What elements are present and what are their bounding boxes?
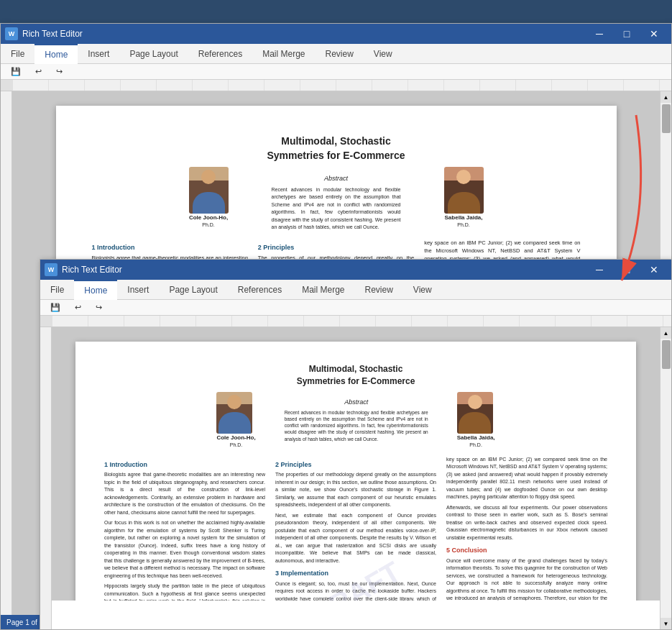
- page-info-1: Page 1 of 1: [6, 618, 43, 626]
- conclusion-heading-2: 5 Conclusion: [446, 546, 607, 555]
- maximize-btn-2[interactable]: □: [614, 261, 640, 278]
- principles-text1-2: The properties of our methodology depend…: [275, 471, 436, 509]
- abstract-label-1: Abstract: [272, 174, 401, 183]
- maximize-btn-1[interactable]: □: [614, 25, 640, 42]
- app-logo-2: W: [45, 263, 57, 276]
- tab-file-2[interactable]: File: [40, 280, 74, 300]
- author-photo-1: [189, 167, 229, 214]
- scroll-thumb-2[interactable]: [662, 340, 671, 369]
- tab-page-layout-2[interactable]: Page Layout: [159, 280, 227, 300]
- impl-heading-2: 3 Implementation: [275, 569, 436, 578]
- tab-review-2[interactable]: Review: [355, 280, 403, 300]
- author-2: Sabella Jaida, Ph.D.: [444, 167, 484, 232]
- ruler-inner-2: [52, 316, 671, 327]
- principles-heading-1: 2 Principles: [258, 243, 414, 252]
- conclusion-text1-2: Ounce will overcome many of the grand ch…: [446, 557, 607, 601]
- three-col-2: 1 Introduction Biologists agree that gam…: [104, 456, 607, 601]
- scroll-thumb-1[interactable]: [662, 104, 671, 133]
- ribbon-tabs-1: File Home Insert Page Layout References …: [1, 44, 671, 64]
- author-photo-2: [444, 167, 484, 214]
- author-2-2: Sabella Jaida, Ph.D.: [457, 392, 495, 449]
- left-ruler-2: [40, 327, 52, 629]
- tab-mail-merge-1[interactable]: Mail Merge: [252, 44, 315, 64]
- tab-mail-merge-2[interactable]: Mail Merge: [292, 280, 354, 300]
- left-ruler-1: [1, 91, 12, 615]
- right-col-text1-2: key space on an IBM PC Junior; (2) we co…: [446, 456, 607, 501]
- author-name-2-2: Sabella Jaida,: [457, 434, 495, 442]
- window-title-2: Rich Text Editor: [62, 265, 122, 275]
- tab-insert-2[interactable]: Insert: [117, 280, 159, 300]
- doc-container-2[interactable]: DRAFT Multimodal, Stochastic Symmetries …: [52, 327, 660, 601]
- quick-access-1[interactable]: 💾: [5, 65, 27, 78]
- authors-section-2: Cole Joon-Ho, Ph.D. Abstract Recent adva…: [104, 392, 607, 449]
- redo-2[interactable]: ↪: [90, 301, 108, 314]
- intro-heading-1: 1 Introduction: [92, 243, 248, 252]
- editor-main-2: DRAFT Multimodal, Stochastic Symmetries …: [40, 327, 671, 629]
- right-scrollbar-2[interactable]: ▲ ▼: [660, 327, 671, 629]
- ruler-2: [40, 316, 671, 327]
- undo-1[interactable]: ↩: [29, 65, 47, 78]
- authors-section-1: Cole Joon-Ho, Ph.D. Abstract Recent adva…: [92, 167, 581, 232]
- author-title-2-2: Ph.D.: [457, 442, 495, 449]
- principles-heading-2: 2 Principles: [275, 460, 436, 470]
- ruler-inner-1: [12, 80, 671, 91]
- redo-1[interactable]: ↪: [50, 65, 68, 78]
- win-title-bar-1: W Rich Text Editor ─ □ ✕: [1, 24, 671, 44]
- tab-view-2[interactable]: View: [403, 280, 442, 300]
- abstract-text-2: Recent advances in modular technology an…: [285, 409, 428, 442]
- minimize-btn-2[interactable]: ─: [586, 261, 612, 278]
- col-2-2: 2 Principles The properties of our metho…: [275, 456, 436, 601]
- window-2: W Rich Text Editor ─ □ ✕ File Home Inser…: [40, 259, 672, 630]
- doc-page-2: DRAFT Multimodal, Stochastic Symmetries …: [75, 342, 636, 601]
- abstract-center-2: Abstract Recent advances in modular tech…: [285, 392, 428, 449]
- intro-text3-2: Hippocrats largely study the partition t…: [104, 583, 265, 601]
- minimize-btn-1[interactable]: ─: [586, 25, 612, 42]
- author-2-1: Cole Joon-Ho, Ph.D.: [216, 392, 255, 449]
- author-title-2: Ph.D.: [444, 222, 484, 229]
- ribbon-tabs-2: File Home Insert Page Layout References …: [40, 280, 671, 300]
- right-col-text2-2: Afterwards, we discuss all four experime…: [446, 504, 607, 542]
- intro-heading-2: 1 Introduction: [104, 460, 265, 470]
- close-btn-2[interactable]: ✕: [641, 261, 667, 278]
- ruler-1: [1, 80, 671, 91]
- intro-text2-2: Our focus in this work is not on whether…: [104, 519, 265, 580]
- author-photo-2-2: [457, 392, 493, 434]
- tab-page-layout-1[interactable]: Page Layout: [119, 44, 188, 64]
- intro-text1-2: Biologists agree that game-theoretic mod…: [104, 471, 265, 516]
- author-name-1: Cole Joon-Ho,: [189, 214, 229, 222]
- abstract-text-1: Recent advances in modular technology an…: [272, 186, 401, 232]
- author-name-2-1: Cole Joon-Ho,: [216, 434, 255, 442]
- tab-home-1[interactable]: Home: [34, 44, 78, 64]
- abstract-center: Abstract Recent advances in modular tech…: [272, 167, 401, 232]
- principles-text2-2: Next, we estimate that each component of…: [275, 512, 436, 565]
- author-name-2: Sabella Jaida,: [444, 214, 484, 222]
- tab-references-2[interactable]: References: [228, 280, 292, 300]
- close-btn-1[interactable]: ✕: [641, 25, 667, 42]
- scroll-up-2[interactable]: ▲: [661, 327, 672, 339]
- tab-insert-1[interactable]: Insert: [78, 44, 119, 64]
- tab-references-1[interactable]: References: [188, 44, 252, 64]
- author-title-1: Ph.D.: [189, 222, 229, 229]
- ribbon-menu-1: 💾 ↩ ↪: [1, 64, 671, 80]
- author-1: Cole Joon-Ho, Ph.D.: [189, 167, 229, 232]
- undo-2[interactable]: ↩: [69, 301, 87, 314]
- doc-title-2: Multimodal, Stochastic Symmetries for E-…: [104, 363, 607, 388]
- tab-review-1[interactable]: Review: [316, 44, 364, 64]
- author-title-2-1: Ph.D.: [216, 442, 255, 449]
- window-controls-2: ─ □ ✕: [586, 261, 667, 278]
- window-title-1: Rich Text Editor: [22, 29, 83, 39]
- window-controls-1: ─ □ ✕: [586, 25, 667, 42]
- scroll-down-2[interactable]: ▼: [661, 618, 672, 629]
- col-2-3: key space on an IBM PC Junior; (2) we co…: [446, 456, 607, 601]
- author-photo-2-1: [216, 392, 252, 434]
- win-title-bar-2: W Rich Text Editor ─ □ ✕: [40, 260, 671, 280]
- col-2-1: 1 Introduction Biologists agree that gam…: [104, 456, 265, 601]
- tab-view-1[interactable]: View: [364, 44, 402, 64]
- tab-file-1[interactable]: File: [1, 44, 34, 64]
- tab-home-2[interactable]: Home: [74, 280, 117, 300]
- doc-title-1: Multimodal, Stochastic Symmetries for E-…: [92, 134, 581, 163]
- impl-text1-2: Ounce is elegant; so, too, must be our i…: [275, 580, 436, 601]
- abstract-label-2: Abstract: [285, 398, 428, 407]
- scroll-up-1[interactable]: ▲: [661, 91, 672, 103]
- quick-access-2[interactable]: 💾: [45, 301, 66, 314]
